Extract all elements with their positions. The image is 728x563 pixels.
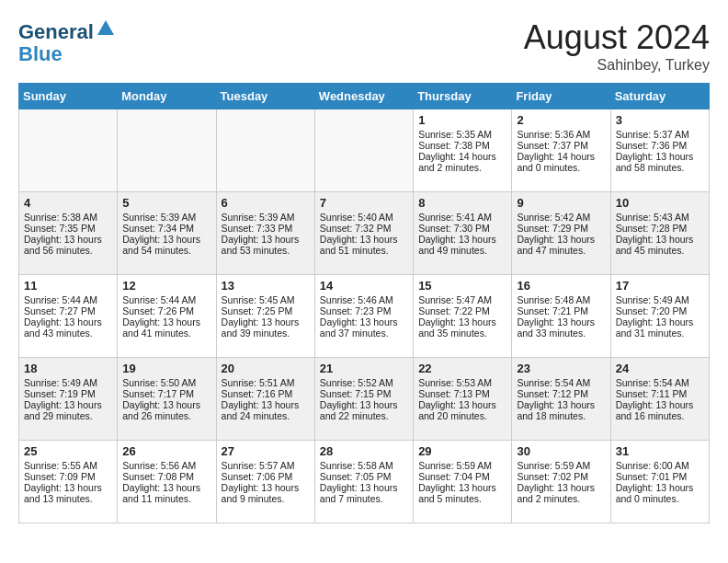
- day-info: and 26 minutes.: [122, 410, 210, 421]
- day-info: Sunrise: 5:59 AM: [517, 460, 605, 471]
- day-number: 5: [122, 196, 210, 210]
- day-number: 11: [24, 279, 112, 293]
- day-info: and 9 minutes.: [222, 493, 310, 504]
- day-info: Sunrise: 5:54 AM: [616, 377, 704, 388]
- day-info: Sunrise: 5:36 AM: [517, 129, 605, 140]
- day-info: and 54 minutes.: [122, 245, 210, 256]
- day-number: 30: [517, 444, 605, 458]
- table-row: 15Sunrise: 5:47 AMSunset: 7:22 PMDayligh…: [414, 275, 512, 358]
- day-number: 16: [517, 279, 605, 293]
- week-row-2: 11Sunrise: 5:44 AMSunset: 7:27 PMDayligh…: [19, 275, 710, 358]
- day-info: Sunset: 7:27 PM: [24, 305, 112, 316]
- day-info: and 24 minutes.: [222, 410, 310, 421]
- day-info: Sunrise: 5:58 AM: [320, 460, 408, 471]
- day-number: 12: [122, 279, 210, 293]
- day-info: Daylight: 13 hours: [418, 399, 506, 410]
- table-row: 16Sunrise: 5:48 AMSunset: 7:21 PMDayligh…: [512, 275, 610, 358]
- table-row: 11Sunrise: 5:44 AMSunset: 7:27 PMDayligh…: [19, 275, 118, 358]
- day-info: Sunrise: 5:48 AM: [517, 294, 605, 305]
- day-info: Daylight: 13 hours: [320, 234, 408, 245]
- day-number: 8: [418, 196, 506, 210]
- day-info: and 2 minutes.: [418, 162, 506, 173]
- day-info: Sunset: 7:33 PM: [222, 223, 310, 234]
- day-info: Sunset: 7:29 PM: [517, 223, 605, 234]
- table-row: 22Sunrise: 5:53 AMSunset: 7:13 PMDayligh…: [414, 358, 512, 441]
- table-row: 20Sunrise: 5:51 AMSunset: 7:16 PMDayligh…: [216, 358, 314, 441]
- day-info: Sunset: 7:22 PM: [418, 305, 506, 316]
- day-info: and 29 minutes.: [24, 410, 112, 421]
- day-info: Daylight: 13 hours: [418, 482, 506, 493]
- day-info: and 2 minutes.: [517, 493, 605, 504]
- day-info: Daylight: 13 hours: [616, 482, 704, 493]
- day-info: Sunset: 7:20 PM: [616, 305, 704, 316]
- table-row: 30Sunrise: 5:59 AMSunset: 7:02 PMDayligh…: [512, 441, 610, 523]
- day-number: 23: [517, 362, 605, 375]
- day-info: and 47 minutes.: [517, 245, 605, 256]
- table-row: 3Sunrise: 5:37 AMSunset: 7:36 PMDaylight…: [610, 109, 709, 192]
- day-info: Daylight: 14 hours: [418, 151, 506, 162]
- day-info: Daylight: 13 hours: [222, 316, 310, 327]
- table-row: [118, 109, 216, 192]
- day-info: Sunrise: 5:44 AM: [122, 294, 210, 305]
- day-info: Sunrise: 5:52 AM: [320, 377, 408, 388]
- day-info: Daylight: 14 hours: [517, 151, 605, 162]
- day-info: Daylight: 13 hours: [418, 234, 506, 245]
- day-info: Sunset: 7:12 PM: [517, 388, 605, 399]
- day-info: and 22 minutes.: [320, 410, 408, 421]
- day-info: Daylight: 13 hours: [24, 482, 112, 493]
- day-info: Sunrise: 5:42 AM: [517, 212, 605, 223]
- day-info: Sunrise: 5:41 AM: [418, 212, 506, 223]
- day-info: Sunrise: 5:47 AM: [418, 294, 506, 305]
- day-info: Sunrise: 5:56 AM: [122, 460, 210, 471]
- day-number: 29: [418, 444, 506, 458]
- header-sunday: Sunday: [19, 84, 118, 109]
- day-info: Sunset: 7:11 PM: [616, 388, 704, 399]
- day-info: Daylight: 13 hours: [517, 234, 605, 245]
- table-row: 21Sunrise: 5:52 AMSunset: 7:15 PMDayligh…: [314, 358, 413, 441]
- table-row: 10Sunrise: 5:43 AMSunset: 7:28 PMDayligh…: [610, 192, 709, 275]
- title-block: August 2024 Sahinbey, Turkey: [524, 18, 710, 74]
- logo: General Blue: [18, 18, 116, 65]
- day-info: Daylight: 13 hours: [320, 316, 408, 327]
- day-info: Sunset: 7:04 PM: [418, 471, 506, 482]
- day-info: Sunset: 7:06 PM: [222, 471, 310, 482]
- day-info: Sunset: 7:09 PM: [24, 471, 112, 482]
- day-info: Sunrise: 5:38 AM: [24, 212, 112, 223]
- calendar-body: 1Sunrise: 5:35 AMSunset: 7:38 PMDaylight…: [19, 109, 710, 523]
- header-friday: Friday: [512, 84, 610, 109]
- day-info: and 51 minutes.: [320, 245, 408, 256]
- day-info: and 39 minutes.: [222, 327, 310, 339]
- day-info: Sunset: 7:02 PM: [517, 471, 605, 482]
- day-info: Sunset: 7:32 PM: [320, 223, 408, 234]
- day-info: and 0 minutes.: [517, 162, 605, 173]
- svg-marker-0: [97, 20, 114, 35]
- day-info: and 45 minutes.: [616, 245, 704, 256]
- day-info: Daylight: 13 hours: [517, 482, 605, 493]
- day-info: Sunset: 7:35 PM: [24, 223, 112, 234]
- day-number: 17: [616, 279, 704, 293]
- day-info: Daylight: 13 hours: [222, 482, 310, 493]
- day-number: 13: [222, 279, 310, 293]
- table-row: [216, 109, 314, 192]
- table-row: 5Sunrise: 5:39 AMSunset: 7:34 PMDaylight…: [118, 192, 216, 275]
- day-info: Sunrise: 5:43 AM: [616, 212, 704, 223]
- day-info: Daylight: 13 hours: [517, 316, 605, 327]
- table-row: 26Sunrise: 5:56 AMSunset: 7:08 PMDayligh…: [118, 441, 216, 523]
- day-number: 14: [320, 279, 408, 293]
- table-row: 1Sunrise: 5:35 AMSunset: 7:38 PMDaylight…: [414, 109, 512, 192]
- day-number: 18: [24, 362, 112, 375]
- week-row-3: 18Sunrise: 5:49 AMSunset: 7:19 PMDayligh…: [19, 358, 710, 441]
- day-info: Sunrise: 5:45 AM: [222, 294, 310, 305]
- day-number: 28: [320, 444, 408, 458]
- day-info: Sunset: 7:37 PM: [517, 140, 605, 151]
- day-number: 15: [418, 279, 506, 293]
- logo-icon: [96, 18, 116, 39]
- day-info: Daylight: 13 hours: [517, 399, 605, 410]
- page-header: General Blue August 2024 Sahinbey, Turke…: [18, 18, 710, 74]
- day-info: and 20 minutes.: [418, 410, 506, 421]
- day-info: Sunrise: 5:49 AM: [24, 377, 112, 388]
- day-info: Sunrise: 5:55 AM: [24, 460, 112, 471]
- day-number: 31: [616, 444, 704, 458]
- month-year: August 2024: [524, 18, 710, 57]
- day-number: 25: [24, 444, 112, 458]
